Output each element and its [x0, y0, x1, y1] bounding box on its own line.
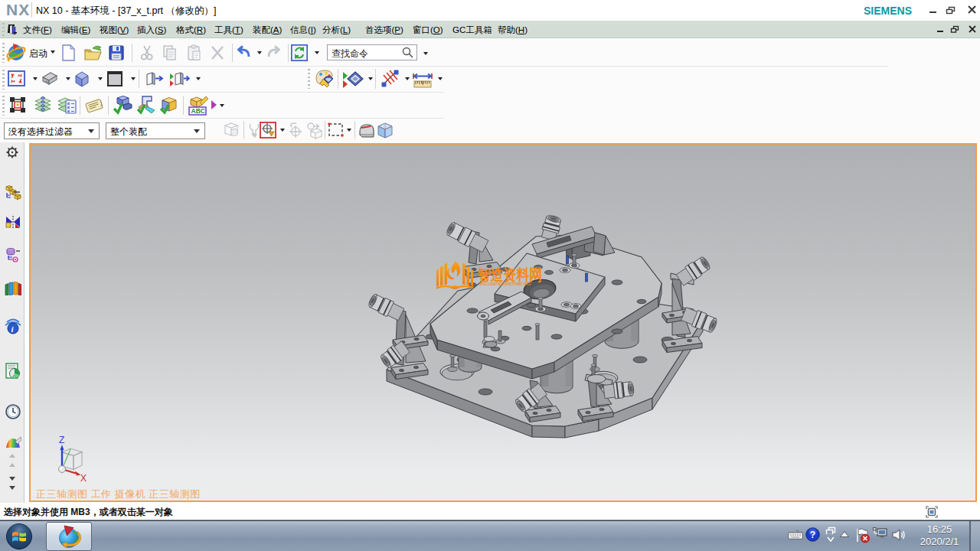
svg-text:X: X	[80, 473, 87, 484]
svg-text:ABC: ABC	[191, 107, 205, 115]
svg-text:?: ?	[810, 530, 815, 540]
svg-text:Z: Z	[59, 435, 64, 445]
